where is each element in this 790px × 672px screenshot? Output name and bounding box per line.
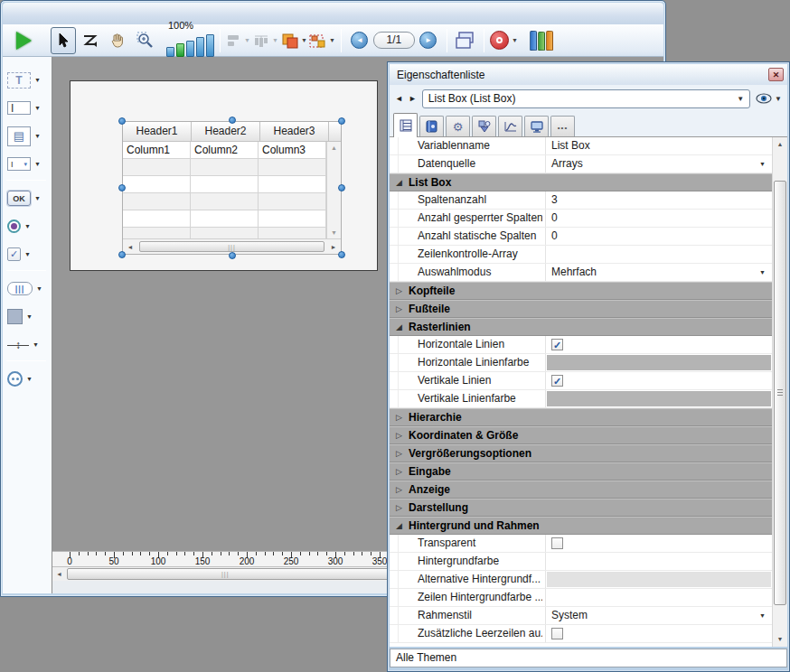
property-row[interactable]: Horizontale Linienfarbe — [390, 354, 772, 372]
tab-curve[interactable] — [498, 116, 522, 136]
listbox-control[interactable]: Header1Header2Header3 Column1Column2Colu… — [122, 121, 342, 255]
selection-handle[interactable] — [118, 184, 126, 191]
selection-handle[interactable] — [338, 117, 345, 125]
listbox-cell[interactable]: Column1 — [123, 142, 191, 158]
next-page-button[interactable]: ► — [416, 27, 441, 54]
left-arrow-icon[interactable]: ◄ — [52, 567, 66, 581]
dropdown-arrow-icon[interactable]: ▼ — [34, 105, 41, 111]
visibility-filter-button[interactable]: ▼ — [756, 93, 782, 104]
property-checkbox[interactable]: ✓ — [551, 339, 563, 350]
listbox-cell[interactable] — [259, 176, 326, 192]
listbox-cell[interactable] — [123, 176, 191, 192]
zoom-tool-button[interactable] — [132, 27, 157, 54]
selection-group-button[interactable]: ▼ — [309, 27, 335, 54]
tab-settings[interactable]: ⚙ — [446, 116, 470, 136]
textfield-tool[interactable]: I — [7, 101, 31, 115]
property-row[interactable]: RahmenstilSystem▼ — [390, 607, 772, 625]
tab-book[interactable] — [419, 116, 444, 136]
listbox-cell[interactable] — [123, 159, 191, 175]
label-tool[interactable]: T — [7, 72, 31, 89]
dropdown-caret-icon[interactable]: ▼ — [759, 269, 766, 275]
down-arrow-icon[interactable]: ▼ — [774, 632, 786, 647]
property-row[interactable]: Spaltenanzahl3 — [390, 191, 772, 210]
listbox-row[interactable] — [123, 193, 326, 210]
listbox-tool[interactable]: ▤ — [7, 126, 31, 146]
listbox-header-cell[interactable]: Header2 — [192, 122, 260, 141]
property-section-header[interactable]: ▷Vergrößerungsoptionen — [390, 444, 772, 462]
dropdown-arrow-icon[interactable]: ▼ — [34, 161, 41, 167]
listbox-header-cell[interactable]: Header1 — [123, 122, 192, 141]
checkbox-tool[interactable]: ✓ — [7, 247, 21, 261]
dropdown-arrow-icon[interactable]: ▼ — [34, 195, 41, 201]
tab-shapes[interactable] — [472, 116, 496, 136]
property-row[interactable]: Vertikale Linienfarbe — [390, 390, 772, 408]
tab-display[interactable] — [524, 116, 549, 136]
selection-handle[interactable] — [229, 252, 236, 259]
listbox-cell[interactable] — [191, 193, 259, 210]
settings-button[interactable]: ▼ — [490, 27, 518, 54]
run-button[interactable] — [11, 27, 36, 54]
property-value[interactable]: System — [551, 607, 765, 624]
dropdown-arrow-icon[interactable]: ▼ — [24, 223, 31, 229]
selection-handle[interactable] — [118, 251, 126, 258]
dropdown-arrow-icon[interactable]: ▼ — [26, 376, 33, 382]
dropdown-arrow-icon[interactable]: ▼ — [26, 313, 33, 320]
property-section-header[interactable]: ◢Hintergrund und Rahmen — [390, 517, 772, 535]
button-tool[interactable]: OK — [7, 191, 31, 206]
property-row[interactable]: Anzahl statische Spalten0 — [390, 228, 772, 246]
property-value[interactable]: 0 — [551, 210, 765, 227]
listbox-cell[interactable] — [259, 210, 326, 227]
property-row[interactable]: Zusätzliche Leerzeilen au... — [390, 625, 772, 643]
listbox-cell[interactable] — [191, 176, 259, 192]
property-color-field[interactable] — [547, 391, 771, 406]
listbox-cell[interactable] — [191, 210, 259, 227]
property-section-header[interactable]: ◢Rasterlinien — [390, 318, 772, 336]
listbox-cell[interactable] — [123, 193, 191, 210]
page-indicator[interactable]: 1/1 — [373, 32, 415, 49]
dropdown-caret-icon[interactable]: ▼ — [759, 612, 766, 619]
listbox-cell[interactable] — [259, 159, 326, 175]
listbox-row[interactable] — [123, 176, 326, 193]
dropdown-caret-icon[interactable]: ▼ — [759, 161, 766, 167]
selection-handle[interactable] — [229, 117, 236, 124]
segmented-tool[interactable]: ||| — [7, 282, 33, 295]
listbox-cell[interactable] — [191, 228, 259, 238]
properties-titlebar[interactable]: Eigenschaftenliste ✕ — [390, 64, 787, 85]
property-row[interactable]: Vertikale Linien✓ — [390, 372, 772, 390]
listbox-row[interactable] — [123, 228, 326, 238]
splitter-tool[interactable]: ↕ — [7, 337, 29, 353]
selection-handle[interactable] — [118, 117, 126, 125]
properties-vscroll-thumb[interactable] — [774, 181, 786, 605]
property-color-field[interactable] — [547, 355, 771, 370]
dropdown-arrow-icon[interactable]: ▼ — [36, 285, 42, 292]
property-row[interactable]: AuswahlmodusMehrfach▼ — [390, 264, 772, 282]
object-selector-dropdown[interactable]: List Box (List Box) ▼ — [422, 89, 750, 108]
dropdown-arrow-icon[interactable]: ▼ — [34, 77, 41, 83]
window-titlebar[interactable]: Formular: Kunden - Eingabe* — [3, 3, 663, 24]
pan-tool-button[interactable] — [105, 27, 130, 54]
selection-handle[interactable] — [338, 251, 345, 258]
radiobutton-tool[interactable] — [7, 219, 21, 233]
listbox-cell[interactable] — [259, 193, 326, 210]
property-section-header[interactable]: ▷Kopfteile — [390, 282, 772, 300]
property-checkbox[interactable] — [551, 628, 563, 639]
property-section-header[interactable]: ▷Anzeige — [390, 481, 772, 499]
listbox-cell[interactable] — [123, 228, 191, 238]
property-section-header[interactable]: ◢List Box — [390, 173, 772, 191]
property-checkbox[interactable]: ✓ — [551, 375, 563, 387]
property-value[interactable]: List Box — [551, 137, 765, 154]
property-value[interactable]: 0 — [551, 228, 765, 245]
dropdown-arrow-icon[interactable]: ▼ — [34, 133, 41, 139]
property-row[interactable]: Horizontale Linien✓ — [390, 336, 772, 354]
listbox-cell[interactable] — [123, 210, 191, 227]
listbox-cell[interactable]: Column2 — [191, 142, 259, 158]
listbox-cell[interactable]: Column3 — [259, 142, 326, 158]
zoom-level-control[interactable]: 100% — [166, 30, 214, 57]
property-section-header[interactable]: ▷Eingabe — [390, 462, 772, 481]
object-nav-back-icon[interactable]: ◄ — [395, 94, 404, 103]
property-row[interactable]: Alternative Hintergrundf... — [390, 571, 772, 589]
listbox-row[interactable] — [123, 159, 326, 176]
knob-tool[interactable] — [7, 371, 23, 387]
property-section-header[interactable]: ▷Fußteile — [390, 300, 772, 318]
up-arrow-icon[interactable]: ▲ — [774, 137, 786, 152]
